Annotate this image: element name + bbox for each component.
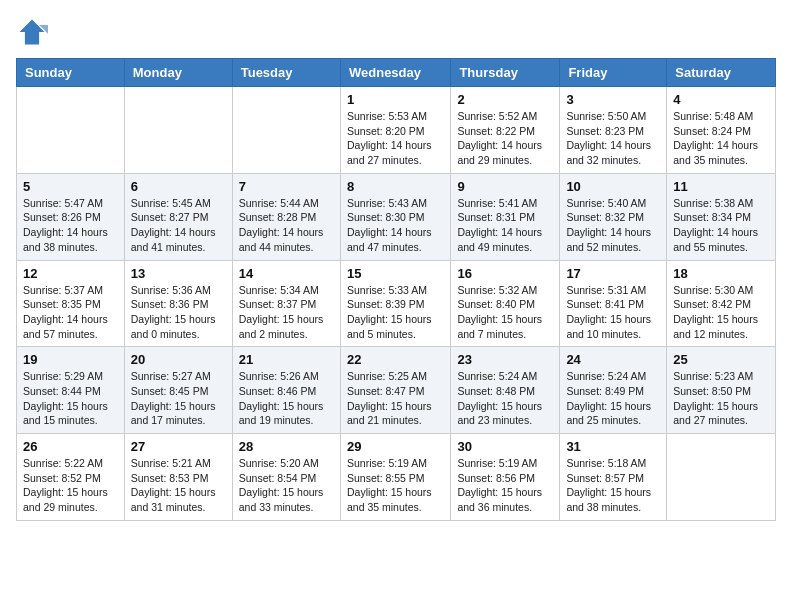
calendar-cell: [17, 87, 125, 174]
day-number: 8: [347, 179, 444, 194]
day-header-wednesday: Wednesday: [340, 59, 450, 87]
day-info: Sunrise: 5:37 AM Sunset: 8:35 PM Dayligh…: [23, 283, 118, 342]
day-info: Sunrise: 5:43 AM Sunset: 8:30 PM Dayligh…: [347, 196, 444, 255]
calendar-table: SundayMondayTuesdayWednesdayThursdayFrid…: [16, 58, 776, 521]
week-row-1: 1Sunrise: 5:53 AM Sunset: 8:20 PM Daylig…: [17, 87, 776, 174]
day-number: 20: [131, 352, 226, 367]
day-number: 31: [566, 439, 660, 454]
day-info: Sunrise: 5:30 AM Sunset: 8:42 PM Dayligh…: [673, 283, 769, 342]
calendar-cell: 20Sunrise: 5:27 AM Sunset: 8:45 PM Dayli…: [124, 347, 232, 434]
day-info: Sunrise: 5:47 AM Sunset: 8:26 PM Dayligh…: [23, 196, 118, 255]
calendar-cell: [124, 87, 232, 174]
day-info: Sunrise: 5:21 AM Sunset: 8:53 PM Dayligh…: [131, 456, 226, 515]
day-number: 16: [457, 266, 553, 281]
day-info: Sunrise: 5:36 AM Sunset: 8:36 PM Dayligh…: [131, 283, 226, 342]
day-info: Sunrise: 5:24 AM Sunset: 8:49 PM Dayligh…: [566, 369, 660, 428]
calendar-cell: 18Sunrise: 5:30 AM Sunset: 8:42 PM Dayli…: [667, 260, 776, 347]
day-header-saturday: Saturday: [667, 59, 776, 87]
calendar-cell: 29Sunrise: 5:19 AM Sunset: 8:55 PM Dayli…: [340, 434, 450, 521]
day-number: 11: [673, 179, 769, 194]
calendar-cell: 2Sunrise: 5:52 AM Sunset: 8:22 PM Daylig…: [451, 87, 560, 174]
day-header-sunday: Sunday: [17, 59, 125, 87]
calendar-cell: 5Sunrise: 5:47 AM Sunset: 8:26 PM Daylig…: [17, 173, 125, 260]
day-header-tuesday: Tuesday: [232, 59, 340, 87]
day-number: 22: [347, 352, 444, 367]
calendar-cell: 28Sunrise: 5:20 AM Sunset: 8:54 PM Dayli…: [232, 434, 340, 521]
day-number: 18: [673, 266, 769, 281]
day-number: 29: [347, 439, 444, 454]
week-row-2: 5Sunrise: 5:47 AM Sunset: 8:26 PM Daylig…: [17, 173, 776, 260]
calendar-cell: 1Sunrise: 5:53 AM Sunset: 8:20 PM Daylig…: [340, 87, 450, 174]
calendar-cell: 8Sunrise: 5:43 AM Sunset: 8:30 PM Daylig…: [340, 173, 450, 260]
calendar-cell: 7Sunrise: 5:44 AM Sunset: 8:28 PM Daylig…: [232, 173, 340, 260]
day-info: Sunrise: 5:45 AM Sunset: 8:27 PM Dayligh…: [131, 196, 226, 255]
logo-icon: [16, 16, 48, 48]
calendar-header-row: SundayMondayTuesdayWednesdayThursdayFrid…: [17, 59, 776, 87]
day-header-monday: Monday: [124, 59, 232, 87]
day-number: 3: [566, 92, 660, 107]
calendar-cell: 15Sunrise: 5:33 AM Sunset: 8:39 PM Dayli…: [340, 260, 450, 347]
day-number: 19: [23, 352, 118, 367]
calendar-cell: [232, 87, 340, 174]
day-number: 23: [457, 352, 553, 367]
day-number: 10: [566, 179, 660, 194]
day-info: Sunrise: 5:25 AM Sunset: 8:47 PM Dayligh…: [347, 369, 444, 428]
day-number: 24: [566, 352, 660, 367]
day-number: 28: [239, 439, 334, 454]
day-number: 2: [457, 92, 553, 107]
day-number: 4: [673, 92, 769, 107]
day-info: Sunrise: 5:38 AM Sunset: 8:34 PM Dayligh…: [673, 196, 769, 255]
day-info: Sunrise: 5:24 AM Sunset: 8:48 PM Dayligh…: [457, 369, 553, 428]
week-row-5: 26Sunrise: 5:22 AM Sunset: 8:52 PM Dayli…: [17, 434, 776, 521]
day-info: Sunrise: 5:26 AM Sunset: 8:46 PM Dayligh…: [239, 369, 334, 428]
calendar-cell: 3Sunrise: 5:50 AM Sunset: 8:23 PM Daylig…: [560, 87, 667, 174]
day-number: 15: [347, 266, 444, 281]
week-row-3: 12Sunrise: 5:37 AM Sunset: 8:35 PM Dayli…: [17, 260, 776, 347]
calendar-cell: 12Sunrise: 5:37 AM Sunset: 8:35 PM Dayli…: [17, 260, 125, 347]
day-header-thursday: Thursday: [451, 59, 560, 87]
day-info: Sunrise: 5:48 AM Sunset: 8:24 PM Dayligh…: [673, 109, 769, 168]
day-info: Sunrise: 5:34 AM Sunset: 8:37 PM Dayligh…: [239, 283, 334, 342]
day-info: Sunrise: 5:44 AM Sunset: 8:28 PM Dayligh…: [239, 196, 334, 255]
day-info: Sunrise: 5:52 AM Sunset: 8:22 PM Dayligh…: [457, 109, 553, 168]
day-number: 26: [23, 439, 118, 454]
calendar-cell: 31Sunrise: 5:18 AM Sunset: 8:57 PM Dayli…: [560, 434, 667, 521]
day-info: Sunrise: 5:32 AM Sunset: 8:40 PM Dayligh…: [457, 283, 553, 342]
day-info: Sunrise: 5:19 AM Sunset: 8:55 PM Dayligh…: [347, 456, 444, 515]
calendar-cell: 23Sunrise: 5:24 AM Sunset: 8:48 PM Dayli…: [451, 347, 560, 434]
calendar-cell: 9Sunrise: 5:41 AM Sunset: 8:31 PM Daylig…: [451, 173, 560, 260]
day-info: Sunrise: 5:29 AM Sunset: 8:44 PM Dayligh…: [23, 369, 118, 428]
day-number: 13: [131, 266, 226, 281]
day-number: 9: [457, 179, 553, 194]
day-info: Sunrise: 5:18 AM Sunset: 8:57 PM Dayligh…: [566, 456, 660, 515]
day-number: 14: [239, 266, 334, 281]
calendar-cell: 17Sunrise: 5:31 AM Sunset: 8:41 PM Dayli…: [560, 260, 667, 347]
day-info: Sunrise: 5:41 AM Sunset: 8:31 PM Dayligh…: [457, 196, 553, 255]
day-header-friday: Friday: [560, 59, 667, 87]
calendar-cell: 6Sunrise: 5:45 AM Sunset: 8:27 PM Daylig…: [124, 173, 232, 260]
day-info: Sunrise: 5:19 AM Sunset: 8:56 PM Dayligh…: [457, 456, 553, 515]
calendar-cell: 25Sunrise: 5:23 AM Sunset: 8:50 PM Dayli…: [667, 347, 776, 434]
calendar-cell: 30Sunrise: 5:19 AM Sunset: 8:56 PM Dayli…: [451, 434, 560, 521]
day-info: Sunrise: 5:20 AM Sunset: 8:54 PM Dayligh…: [239, 456, 334, 515]
day-number: 5: [23, 179, 118, 194]
day-number: 7: [239, 179, 334, 194]
calendar-cell: 21Sunrise: 5:26 AM Sunset: 8:46 PM Dayli…: [232, 347, 340, 434]
logo: [16, 16, 52, 48]
calendar-cell: 22Sunrise: 5:25 AM Sunset: 8:47 PM Dayli…: [340, 347, 450, 434]
calendar-cell: 14Sunrise: 5:34 AM Sunset: 8:37 PM Dayli…: [232, 260, 340, 347]
day-number: 27: [131, 439, 226, 454]
day-number: 1: [347, 92, 444, 107]
day-number: 30: [457, 439, 553, 454]
calendar-cell: 4Sunrise: 5:48 AM Sunset: 8:24 PM Daylig…: [667, 87, 776, 174]
day-info: Sunrise: 5:40 AM Sunset: 8:32 PM Dayligh…: [566, 196, 660, 255]
day-number: 25: [673, 352, 769, 367]
day-number: 6: [131, 179, 226, 194]
day-number: 21: [239, 352, 334, 367]
calendar-cell: 19Sunrise: 5:29 AM Sunset: 8:44 PM Dayli…: [17, 347, 125, 434]
calendar-cell: 24Sunrise: 5:24 AM Sunset: 8:49 PM Dayli…: [560, 347, 667, 434]
calendar-body: 1Sunrise: 5:53 AM Sunset: 8:20 PM Daylig…: [17, 87, 776, 521]
calendar-cell: 16Sunrise: 5:32 AM Sunset: 8:40 PM Dayli…: [451, 260, 560, 347]
day-info: Sunrise: 5:22 AM Sunset: 8:52 PM Dayligh…: [23, 456, 118, 515]
week-row-4: 19Sunrise: 5:29 AM Sunset: 8:44 PM Dayli…: [17, 347, 776, 434]
